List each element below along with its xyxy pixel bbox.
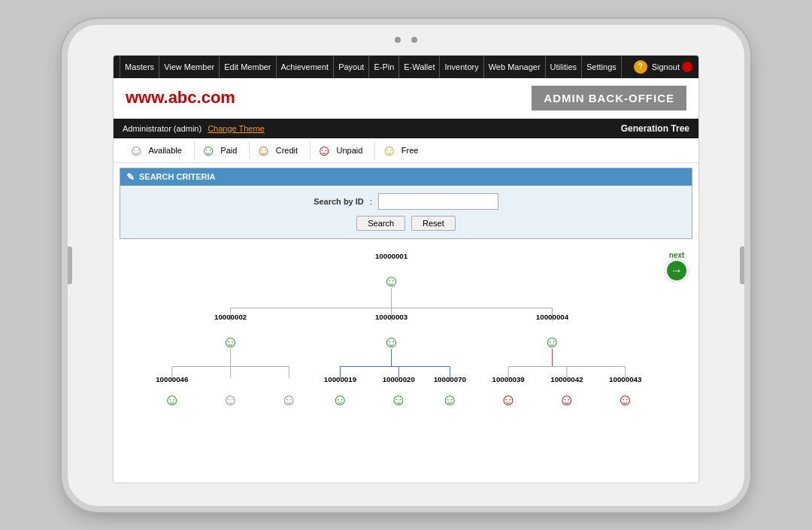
- node-label-46: 10000046: [156, 374, 189, 383]
- nav-utilities[interactable]: Utilities: [546, 56, 582, 78]
- nav-masters[interactable]: Masters: [120, 56, 159, 78]
- nav-epin[interactable]: E-Pin: [369, 56, 399, 78]
- help-icon[interactable]: ?: [634, 60, 647, 74]
- node-label-39: 10000039: [492, 374, 526, 383]
- node-label-43: 10000043: [609, 374, 642, 383]
- node-icon-46[interactable]: ☺: [164, 391, 180, 409]
- unpaid-icon: ☺: [317, 143, 332, 158]
- node-icon-39[interactable]: ☺: [500, 391, 517, 409]
- free-icon: ☺: [381, 143, 396, 158]
- nav-achievement[interactable]: Achievement: [277, 56, 335, 78]
- legend-available: ☺ Available: [123, 141, 195, 159]
- reset-button[interactable]: Reset: [411, 216, 456, 231]
- next-arrow-icon[interactable]: →: [665, 259, 688, 282]
- search-colon: :: [370, 197, 372, 206]
- node-icon-2[interactable]: ☺: [223, 333, 239, 351]
- node-label-70: 10000070: [434, 374, 466, 383]
- header: www.abc.com ADMIN BACK-OFFICE: [114, 78, 698, 119]
- next-button[interactable]: next →: [665, 251, 688, 282]
- node-icon-4[interactable]: ☺: [544, 333, 561, 351]
- nav-ewallet[interactable]: E-Wallet: [399, 56, 440, 78]
- legend-free-label: Free: [401, 146, 419, 155]
- nav-payout[interactable]: Payout: [334, 56, 369, 78]
- node-icon-20[interactable]: ☺: [390, 391, 407, 409]
- node-label-19: 10000019: [324, 374, 357, 383]
- btn-row: Search Reset: [132, 216, 680, 231]
- node-icon-3[interactable]: ☺: [383, 333, 400, 351]
- admin-badge: ADMIN BACK-OFFICE: [532, 86, 686, 111]
- legend-unpaid: ☺ Unpaid: [311, 141, 375, 159]
- tree-area: next →: [114, 244, 698, 482]
- legend-unpaid-label: Unpaid: [337, 146, 363, 155]
- search-input[interactable]: [378, 193, 498, 210]
- search-by-id-label: Search by ID: [314, 197, 364, 206]
- change-theme-link[interactable]: Change Theme: [208, 124, 265, 133]
- credit-icon: ☺: [256, 143, 271, 158]
- next-label: next: [669, 251, 685, 259]
- legend-free: ☺ Free: [375, 141, 430, 159]
- nav-right: ? Signout: [634, 60, 692, 74]
- tablet-notch: [395, 37, 417, 43]
- paid-icon: ☺: [201, 143, 216, 158]
- legend-available-label: Available: [148, 146, 181, 155]
- side-btn-left: [68, 247, 72, 284]
- search-body: Search by ID : Search Reset: [120, 186, 692, 238]
- signout-label: Signout: [652, 62, 680, 71]
- signout-button[interactable]: Signout: [652, 62, 692, 72]
- screen: Masters View Member Edit Member Achievem…: [113, 55, 699, 483]
- nav-inventory[interactable]: Inventory: [440, 56, 483, 78]
- legend-paid-label: Paid: [220, 146, 237, 155]
- tablet-frame: Masters View Member Edit Member Achievem…: [68, 25, 744, 506]
- top-nav: Masters View Member Edit Member Achievem…: [114, 56, 698, 78]
- node-label-2: 10000002: [214, 313, 247, 321]
- tree-svg: 10000001 ☺ 10000002 ☺ 10000003 ☺ 1000000…: [114, 248, 698, 423]
- page-title: Generation Tree: [621, 123, 689, 134]
- nav-view-member[interactable]: View Member: [159, 56, 220, 78]
- node-label-4: 10000004: [536, 313, 569, 321]
- node-icon-empty2[interactable]: ☺: [280, 391, 297, 409]
- side-btn-right: [740, 247, 744, 284]
- main-content: ☺ Available ☺ Paid ☺ Credit ☺ Unpaid ☺: [114, 138, 698, 483]
- node-icon-19[interactable]: ☺: [332, 391, 349, 409]
- node-label-42: 10000042: [550, 374, 583, 383]
- admin-label: Administrator (admin): [123, 124, 201, 133]
- notch-dot-right: [411, 37, 417, 43]
- legend-bar: ☺ Available ☺ Paid ☺ Credit ☺ Unpaid ☺: [114, 138, 698, 163]
- search-row: Search by ID :: [132, 193, 680, 210]
- node-label-3: 10000003: [375, 313, 408, 321]
- node-icon-42[interactable]: ☺: [559, 391, 575, 409]
- node-label-root: 10000001: [375, 251, 408, 259]
- node-icon-empty1[interactable]: ☺: [223, 391, 239, 409]
- sub-header: Administrator (admin) Change Theme Gener…: [114, 119, 698, 138]
- node-icon-70[interactable]: ☺: [441, 391, 458, 409]
- nav-items: Masters View Member Edit Member Achievem…: [120, 56, 622, 78]
- available-icon: ☺: [129, 143, 144, 158]
- legend-paid: ☺ Paid: [195, 141, 250, 159]
- site-url: www.abc.com: [126, 88, 235, 108]
- nav-web-manager[interactable]: Web Manager: [484, 56, 546, 78]
- search-header: ✎ SEARCH CRITERIA: [120, 168, 692, 186]
- nav-edit-member[interactable]: Edit Member: [220, 56, 276, 78]
- node-icon-root[interactable]: ☺: [383, 271, 400, 289]
- search-section: ✎ SEARCH CRITERIA Search by ID : Search …: [120, 168, 692, 239]
- node-icon-43[interactable]: ☺: [617, 391, 634, 409]
- legend-credit: ☺ Credit: [250, 141, 311, 159]
- legend-credit-label: Credit: [276, 146, 298, 155]
- node-label-20: 10000020: [383, 374, 415, 383]
- signout-icon: [682, 62, 692, 72]
- nav-settings[interactable]: Settings: [582, 56, 622, 78]
- notch-dot-left: [395, 37, 401, 43]
- search-button[interactable]: Search: [356, 216, 405, 231]
- search-header-label: SEARCH CRITERIA: [139, 172, 215, 181]
